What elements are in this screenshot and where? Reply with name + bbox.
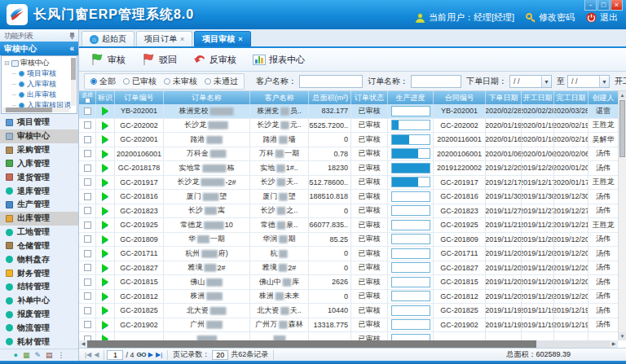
tab-close-icon[interactable]: ×	[180, 35, 184, 43]
customer-name-input[interactable]	[299, 75, 363, 88]
row-checkbox[interactable]	[84, 121, 91, 129]
tab-起始页[interactable]: ⌂ 起始页	[82, 31, 134, 46]
column-header[interactable]: 完工日期	[554, 91, 589, 104]
minimize-button[interactable]: -	[584, 0, 597, 11]
page-number-input[interactable]	[107, 350, 123, 360]
sidebar-item-仓储管理[interactable]: 仓储管理	[0, 239, 78, 252]
radio-全部[interactable]: 全部	[90, 76, 116, 87]
column-header[interactable]: 合同编号	[434, 91, 486, 104]
sidebar-item-项目管理[interactable]: 项目管理	[0, 116, 78, 129]
tab-项目订单[interactable]: 项目订单 ×	[136, 31, 192, 46]
row-checkbox[interactable]	[84, 307, 91, 314]
column-header-select[interactable]: 选择	[79, 91, 96, 104]
table-row[interactable]: GC-201809 华███一期 华润██期 85.25 已审核 GC-2018…	[79, 233, 618, 248]
tab-close-icon[interactable]: ×	[238, 35, 242, 43]
table-row[interactable]: GC-201823 长沙███寓 长沙██之.. 0 已审核 GC-201823…	[79, 204, 618, 219]
select-all-checkbox[interactable]	[85, 98, 90, 103]
tree-vertical-scrollbar[interactable]	[71, 58, 76, 106]
vertical-scroll-thumb[interactable]	[619, 100, 625, 157]
tree-root[interactable]: ⊟ 审核中心	[4, 58, 70, 68]
toolbar-button-审核[interactable]: 审核	[84, 50, 132, 68]
column-header[interactable]: 总面积(m²)	[309, 91, 351, 104]
overflow-icon[interactable]: ⋮	[58, 351, 65, 359]
tree-item-入库审核[interactable]: ─入库审核	[4, 79, 70, 90]
toolbar-button-驳回[interactable]: 驳回	[135, 50, 183, 68]
tree-item-项目审核[interactable]: ─项目审核	[4, 68, 70, 79]
change-password-button[interactable]: 修改密码	[526, 11, 575, 24]
table-row[interactable]: GC-201925 常德龙█████10 常德██泉.. 266077.835.…	[79, 218, 618, 233]
row-checkbox[interactable]	[84, 321, 91, 328]
row-checkbox[interactable]	[84, 264, 91, 271]
radio-已审核[interactable]: 已审核	[123, 76, 156, 87]
sidebar-item-生产管理[interactable]: 生产管理	[0, 198, 78, 212]
column-header[interactable]: 订单编号	[115, 91, 164, 104]
dropdown-arrow-icon[interactable]: ▼	[599, 76, 609, 87]
logout-button[interactable]: 退出	[586, 11, 618, 24]
sidebar-item-耗材管理[interactable]: 耗材管理	[0, 335, 78, 349]
radio-未审核[interactable]: 未审核	[164, 76, 197, 87]
cart-icon[interactable]: ▦	[23, 351, 30, 359]
sidebar-item-物料盘存[interactable]: 物料盘存	[0, 252, 78, 266]
table-row[interactable]: GC-201812 株洲████ 株洲██未来 0 已审核 GC-201812 …	[79, 290, 618, 305]
table-row[interactable]: GC-201917 长沙龙██████-2# 长沙██天.. 8512.7860…	[79, 176, 618, 191]
close-button[interactable]: ×	[611, 0, 623, 11]
column-header[interactable]: 开工日期	[522, 91, 554, 104]
table-row[interactable]: YB-202001 株洲党校██████ 株洲党██员.. 832.177 已审…	[79, 104, 618, 119]
column-header[interactable]: 客户名称	[250, 91, 309, 104]
next-page-button[interactable]: ▶	[148, 351, 153, 358]
row-checkbox[interactable]	[84, 221, 91, 229]
book-icon[interactable]: ▤	[46, 351, 53, 359]
radio-未通过[interactable]: 未通过	[205, 76, 238, 87]
tree-horizontal-scrollbar[interactable]	[2, 107, 69, 112]
toolbar-button-反审核[interactable]: 反审核	[187, 51, 243, 68]
row-checkbox[interactable]	[84, 178, 91, 186]
grid-horizontal-scrollbar[interactable]: ◀ ▶	[79, 340, 618, 348]
dropdown-arrow-icon[interactable]: ▼	[541, 76, 551, 87]
column-header[interactable]: 标识	[96, 91, 115, 104]
table-row[interactable]: 20200106001 万科金████ 万科██一期 0.78 已审核 2020…	[79, 147, 618, 162]
prev-page-button[interactable]: ◀	[94, 351, 99, 358]
sidebar-item-财务管理[interactable]: 财务管理	[0, 266, 78, 280]
dot-teal-icon[interactable]: ●	[13, 351, 17, 359]
table-row[interactable]: GC-201711 杭州████府) 杭██ 0 已审核 GC-201711 2…	[79, 247, 618, 261]
row-checkbox[interactable]	[84, 278, 91, 286]
sidebar-item-补单中心[interactable]: 补单中心	[0, 294, 78, 308]
order-date-from-picker[interactable]: / /▼	[509, 75, 552, 88]
order-name-input[interactable]	[411, 75, 461, 88]
table-row[interactable]: █████ ███ 已审核	[79, 332, 618, 340]
sidebar-section-header[interactable]: 审核中心 «	[0, 42, 78, 55]
toolbar-button-报表中心[interactable]: 报表中心	[246, 51, 311, 68]
go-button[interactable]: GO	[136, 351, 145, 358]
sidebar-item-工地管理[interactable]: 工地管理	[0, 226, 78, 239]
sidebar-item-物流管理[interactable]: 物流管理	[0, 321, 78, 335]
sidebar-item-审核中心[interactable]: 审核中心	[0, 129, 78, 143]
row-checkbox[interactable]	[84, 136, 91, 143]
first-page-button[interactable]: |◀	[85, 351, 91, 358]
row-checkbox[interactable]	[84, 164, 91, 172]
column-header[interactable]: 订单名称	[164, 91, 250, 104]
table-row[interactable]: GC-201815 佛山████ 佛山中██库 2626 已审核 GC-2018…	[79, 275, 618, 290]
table-row[interactable]: GC-201816 厦门████望 厦门██望 188510.818 已审核 G…	[79, 190, 618, 204]
column-header[interactable]: 创建人	[589, 91, 618, 104]
sidebar-item-入库管理[interactable]: 入库管理	[0, 156, 78, 170]
scroll-down-icon[interactable]: ▼	[619, 332, 626, 340]
scroll-left-icon[interactable]: ◀	[79, 340, 87, 348]
sidebar-item-退库管理[interactable]: 退库管理	[0, 184, 78, 198]
maximize-button[interactable]: □	[597, 0, 610, 11]
sidebar-item-结转管理[interactable]: 结转管理	[0, 280, 78, 294]
column-header[interactable]: 下单日期	[486, 91, 522, 104]
table-row[interactable]: GC-202002 长沙龙█████ 长沙龙██元.. 65525.7200..…	[79, 119, 618, 134]
table-row[interactable]: GC-201902 广州████ 广州万██森林 13318.775 已审核 G…	[79, 318, 618, 333]
table-row[interactable]: GC-202001 路港████ 路港██墙 0 已审核 20200116001…	[79, 133, 618, 147]
row-checkbox[interactable]	[84, 207, 91, 214]
row-checkbox[interactable]	[84, 107, 91, 115]
pin-icon[interactable]	[69, 33, 75, 40]
last-page-button[interactable]: ▶|	[156, 351, 162, 358]
scroll-up-icon[interactable]: ▲	[619, 91, 626, 99]
sidebar-item-退货管理[interactable]: 退货管理	[0, 170, 78, 184]
grid-vertical-scrollbar[interactable]: ▲ ▼	[618, 91, 626, 340]
sidebar-item-报废管理[interactable]: 报废管理	[0, 308, 78, 322]
table-row[interactable]: GC-201827 雅境███2# 雅境██2# 0 已审核 GC-201827…	[79, 261, 618, 276]
tab-项目审核[interactable]: 项目审核 ×	[194, 31, 250, 46]
row-checkbox[interactable]	[84, 292, 91, 300]
